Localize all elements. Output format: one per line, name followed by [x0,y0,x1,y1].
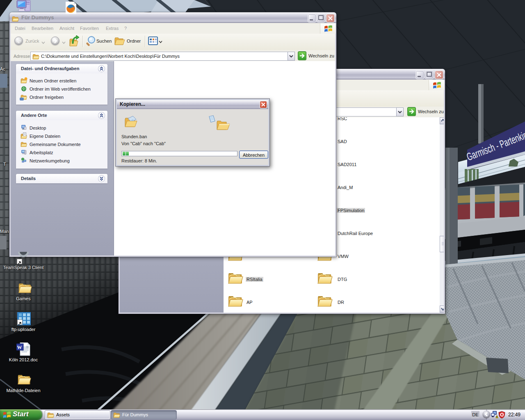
svg-text:W: W [17,345,22,350]
